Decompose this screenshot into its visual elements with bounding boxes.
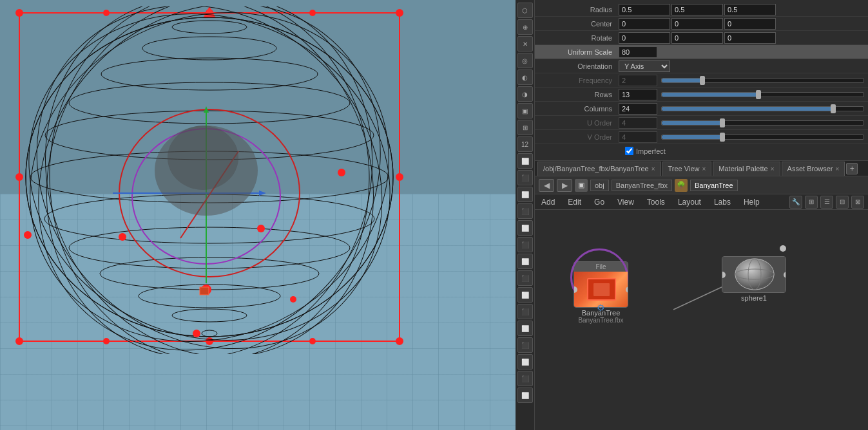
tool-icon-20[interactable]: ⬜	[517, 321, 533, 336]
v-order-slider[interactable]	[657, 135, 868, 140]
tab-close-3[interactable]: ×	[836, 165, 840, 173]
tool-icon-22[interactable]: ⬜	[517, 354, 533, 369]
tool-icon-12[interactable]: ⬜	[517, 187, 533, 202]
tool-icon-6[interactable]: ◑	[517, 86, 533, 102]
tool-icon-1[interactable]: ⬡	[517, 3, 533, 18]
layout2-icon[interactable]: ⊠	[851, 196, 864, 209]
orientation-select[interactable]: Y Axis X Axis Z Axis	[619, 61, 670, 72]
sphere1-top-dot[interactable]	[780, 245, 786, 252]
columns-label: Columns	[535, 105, 619, 113]
tool-icon-21[interactable]: ⬛	[517, 337, 533, 353]
menu-tools[interactable]: Tools	[644, 196, 668, 208]
svg-point-54	[735, 259, 774, 290]
tool-icon-15[interactable]: ⬛	[517, 237, 533, 252]
rotate-y[interactable]	[671, 32, 723, 44]
sphere1-node-box[interactable]	[722, 256, 786, 293]
u-order-input[interactable]	[619, 117, 657, 129]
frequency-input[interactable]	[619, 75, 657, 86]
tool-icon-9[interactable]: 12	[517, 136, 533, 152]
tool-icon-16[interactable]: ⬜	[517, 254, 533, 269]
breadcrumb-obj[interactable]: obj	[590, 180, 609, 191]
grid-icon[interactable]: ⊞	[805, 196, 818, 209]
columns-input[interactable]	[619, 103, 657, 115]
tool-icon-19[interactable]: ⬛	[517, 304, 533, 319]
tool-icon-23[interactable]: ⬛	[517, 371, 533, 386]
breadcrumb-banyan-tree[interactable]: BanyanTree	[690, 180, 738, 191]
tab-banyan-tree[interactable]: /obj/BanyanTree_fbx/BanyanTree ×	[537, 162, 661, 176]
breadcrumb-banyan-fbx[interactable]: BanyanTree_fbx	[612, 180, 672, 191]
tool-icon-13[interactable]: ⬛	[517, 203, 533, 219]
tab-asset-browser[interactable]: Asset Browser ×	[782, 162, 845, 176]
menu-edit[interactable]: Edit	[565, 196, 584, 208]
properties-panel: Radius Center Rotate	[535, 0, 868, 161]
tool-icon-2[interactable]: ⊕	[517, 19, 533, 35]
sphere-wireframe	[6, 6, 412, 354]
menu-view[interactable]: View	[615, 196, 637, 208]
u-order-slider[interactable]	[657, 120, 868, 126]
radius-x[interactable]	[619, 4, 670, 15]
tab-tree-view[interactable]: Tree View ×	[662, 162, 712, 176]
node-canvas[interactable]: File ⚙	[535, 210, 868, 430]
menu-help[interactable]: Help	[741, 196, 762, 208]
banyan-input-dot[interactable]	[574, 286, 577, 293]
imperfect-checkbox[interactable]	[625, 147, 633, 155]
rows-slider[interactable]	[657, 92, 868, 97]
imperfect-row: Imperfect	[535, 144, 868, 158]
back-button[interactable]: ◀	[539, 179, 554, 192]
tool-icon-4[interactable]: ◎	[517, 53, 533, 68]
menu-go[interactable]: Go	[592, 196, 607, 208]
menu-labs[interactable]: Labs	[711, 196, 733, 208]
viewport-3d[interactable]	[0, 0, 516, 430]
center-z[interactable]	[724, 18, 776, 30]
center-y[interactable]	[671, 18, 723, 30]
banyan-node-thumbnail	[574, 272, 628, 307]
center-x[interactable]	[619, 18, 670, 30]
tab-close-2[interactable]: ×	[771, 165, 775, 173]
add-tab-button[interactable]: +	[846, 163, 858, 174]
forward-button[interactable]: ▶	[557, 179, 572, 192]
rows-row: Rows	[535, 88, 868, 102]
tool-icon-5[interactable]: ◐	[517, 70, 533, 85]
radius-z[interactable]	[724, 4, 776, 15]
center-label: Center	[535, 20, 619, 28]
columns-slider[interactable]	[657, 106, 868, 111]
rows-input[interactable]	[619, 89, 657, 100]
tab-material-palette[interactable]: Material Palette ×	[713, 162, 780, 176]
svg-point-39	[338, 169, 345, 176]
svg-point-19	[142, 37, 276, 60]
tab-close-1[interactable]: ×	[702, 165, 706, 173]
svg-point-8	[206, 337, 213, 345]
banyan-output-dot[interactable]	[626, 286, 628, 293]
menu-layout[interactable]: Layout	[675, 196, 704, 208]
tool-icon-8[interactable]: ⊞	[517, 120, 533, 135]
sphere1-node[interactable]: sphere1	[722, 248, 786, 302]
sphere1-output-dot[interactable]	[784, 272, 786, 278]
tool-icon-18[interactable]: ⬜	[517, 287, 533, 303]
tool-icon-17[interactable]: ⬛	[517, 270, 533, 286]
wrench-icon[interactable]: 🔧	[789, 196, 802, 209]
banyan-tree-node[interactable]: File ⚙	[574, 261, 628, 324]
tool-icon-10[interactable]: ⬜	[517, 153, 533, 169]
rotate-x[interactable]	[619, 32, 670, 44]
banyan-node-sublabel: BanyanTree.fbx	[578, 317, 623, 324]
tool-icon-3[interactable]: ✕	[517, 36, 533, 51]
tool-icon-24[interactable]: ⬜	[517, 388, 533, 403]
svg-point-41	[290, 296, 296, 303]
tool-icon-14[interactable]: ⬜	[517, 220, 533, 236]
u-order-row: U Order	[535, 116, 868, 130]
tool-icon-11[interactable]: ⬛	[517, 170, 533, 185]
rotate-z[interactable]	[724, 32, 776, 44]
tab-close-0[interactable]: ×	[651, 165, 655, 173]
orientation-row: Orientation Y Axis X Axis Z Axis	[535, 59, 868, 73]
v-order-input[interactable]	[619, 131, 657, 143]
toolbar-left: ⬡ ⊕ ✕ ◎ ◐ ◑ ▣ ⊞ 12 ⬜ ⬛ ⬜ ⬛ ⬜ ⬛ ⬜ ⬛ ⬜ ⬛ ⬜…	[516, 0, 535, 430]
frequency-slider[interactable]	[657, 78, 868, 83]
uniform-scale-input[interactable]	[619, 46, 657, 58]
svg-line-52	[673, 287, 722, 310]
menu-add[interactable]: Add	[539, 196, 557, 208]
list-icon[interactable]: ☰	[820, 196, 833, 209]
radius-y[interactable]	[671, 4, 723, 15]
svg-point-25	[202, 330, 217, 337]
layout-icon[interactable]: ⊟	[836, 196, 849, 209]
tool-icon-7[interactable]: ▣	[517, 103, 533, 118]
